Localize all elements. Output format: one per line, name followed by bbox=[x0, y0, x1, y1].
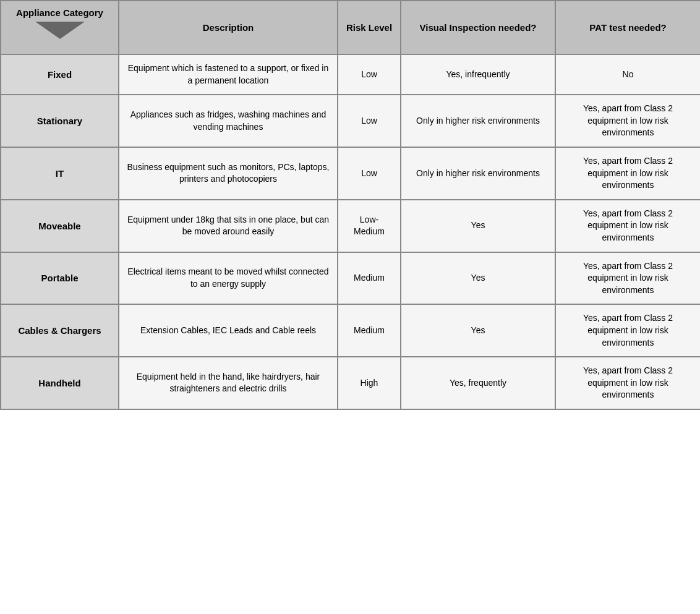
risk-cell: Low bbox=[338, 54, 401, 95]
description-cell: Appliances such as fridges, washing mach… bbox=[119, 95, 338, 147]
col-header-pat: PAT test needed? bbox=[555, 1, 700, 54]
table-row: ITBusiness equipment such as monitors, P… bbox=[1, 147, 700, 200]
description-cell: Electrical items meant to be moved whils… bbox=[119, 252, 338, 305]
visual-inspection-cell: Yes bbox=[401, 200, 555, 252]
category-cell: Handheld bbox=[1, 357, 119, 409]
description-cell: Business equipment such as monitors, PCs… bbox=[119, 147, 338, 200]
description-cell: Equipment held in the hand, like hairdry… bbox=[119, 357, 338, 409]
table-row: PortableElectrical items meant to be mov… bbox=[1, 252, 700, 305]
pat-test-cell: Yes, apart from Class 2 equipment in low… bbox=[555, 252, 700, 305]
risk-cell: Low-Medium bbox=[338, 200, 401, 252]
category-cell: Fixed bbox=[1, 54, 119, 95]
table-row: StationaryAppliances such as fridges, wa… bbox=[1, 95, 700, 147]
pat-test-cell: Yes, apart from Class 2 equipment in low… bbox=[555, 95, 700, 147]
visual-inspection-cell: Only in higher risk environments bbox=[401, 147, 555, 200]
risk-cell: Low bbox=[338, 147, 401, 200]
col-header-risk: Risk Level bbox=[338, 1, 401, 54]
col-header-description: Description bbox=[119, 1, 338, 54]
description-cell: Equipment under 18kg that sits in one pl… bbox=[119, 200, 338, 252]
pat-test-cell: Yes, apart from Class 2 equipment in low… bbox=[555, 147, 700, 200]
visual-inspection-cell: Yes bbox=[401, 304, 555, 357]
category-cell: Moveable bbox=[1, 200, 119, 252]
pat-test-cell: Yes, apart from Class 2 equipment in low… bbox=[555, 200, 700, 252]
category-header-label: Appliance Category bbox=[16, 7, 103, 18]
pat-table: Appliance Category Description Risk Leve… bbox=[0, 0, 700, 410]
col-header-visual: Visual Inspection needed? bbox=[401, 1, 555, 54]
pat-test-cell: Yes, apart from Class 2 equipment in low… bbox=[555, 357, 700, 409]
table-row: MoveableEquipment under 18kg that sits i… bbox=[1, 200, 700, 252]
col-header-category: Appliance Category bbox=[1, 1, 119, 54]
description-cell: Equipment which is fastened to a support… bbox=[119, 54, 338, 95]
category-cell: Cables & Chargers bbox=[1, 304, 119, 357]
risk-cell: Medium bbox=[338, 252, 401, 305]
visual-inspection-cell: Yes bbox=[401, 252, 555, 305]
visual-inspection-cell: Only in higher risk environments bbox=[401, 95, 555, 147]
table-row: FixedEquipment which is fastened to a su… bbox=[1, 54, 700, 95]
risk-cell: High bbox=[338, 357, 401, 409]
pat-table-wrapper: Appliance Category Description Risk Leve… bbox=[0, 0, 700, 410]
category-cell: Stationary bbox=[1, 95, 119, 147]
pat-test-cell: No bbox=[555, 54, 700, 95]
visual-inspection-cell: Yes, infrequently bbox=[401, 54, 555, 95]
table-row: HandheldEquipment held in the hand, like… bbox=[1, 357, 700, 409]
risk-cell: Low bbox=[338, 95, 401, 147]
description-cell: Extension Cables, IEC Leads and Cable re… bbox=[119, 304, 338, 357]
pat-test-cell: Yes, apart from Class 2 equipment in low… bbox=[555, 304, 700, 357]
risk-cell: Medium bbox=[338, 304, 401, 357]
category-cell: IT bbox=[1, 147, 119, 200]
visual-inspection-cell: Yes, frequently bbox=[401, 357, 555, 409]
table-row: Cables & ChargersExtension Cables, IEC L… bbox=[1, 304, 700, 357]
category-cell: Portable bbox=[1, 252, 119, 305]
arrow-down-icon bbox=[35, 22, 85, 39]
